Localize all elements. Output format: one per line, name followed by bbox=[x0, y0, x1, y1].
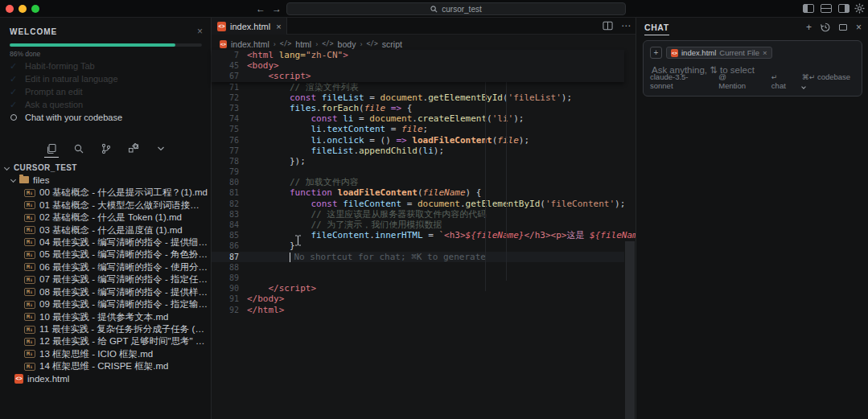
code-line-72[interactable]: 72 const fileList = document.getElementB… bbox=[212, 92, 624, 103]
chat-tab-label[interactable]: CHAT bbox=[644, 23, 669, 35]
add-context-button[interactable]: + bbox=[650, 47, 662, 59]
breadcrumb-html[interactable]: html bbox=[295, 39, 311, 49]
open-chat-in-editor-icon[interactable] bbox=[839, 24, 847, 31]
explorer-icon[interactable] bbox=[43, 141, 60, 157]
settings-gear-icon[interactable] bbox=[854, 3, 865, 14]
line-text: // 加载文件内容 bbox=[247, 177, 359, 187]
split-editor-icon[interactable] bbox=[603, 21, 613, 31]
toggle-panel-icon[interactable] bbox=[821, 4, 832, 13]
code-line-83[interactable]: 83 // 这里应该是从服务器获取文件内容的代码 bbox=[212, 209, 624, 220]
code-line-45[interactable]: 45<body> bbox=[212, 60, 624, 71]
code-line-75[interactable]: 75 li.textContent = file; bbox=[212, 124, 624, 134]
file-item-md[interactable]: M↓13 框架思维 - ICIO 框架.md bbox=[0, 348, 208, 360]
file-item-md[interactable]: M↓02 基础概念 - 什么是 Token (1).md bbox=[0, 212, 208, 224]
extensions-icon[interactable] bbox=[125, 141, 142, 157]
line-number: 7 bbox=[212, 50, 247, 60]
chat-history-icon[interactable] bbox=[821, 23, 830, 32]
file-item-md[interactable]: M↓04 最佳实践 - 编写清晰的指令 - 提供细节和背景 (1).md bbox=[0, 236, 208, 249]
more-actions-icon[interactable]: ⋯ bbox=[621, 20, 631, 31]
code-line-78[interactable]: 78 }); bbox=[212, 156, 624, 166]
file-item-md[interactable]: M↓07 最佳实践 - 编写清晰的指令 - 指定任务所需步骤 (1).md bbox=[0, 273, 208, 285]
code-line-82[interactable]: 82 const fileContent = document.getEleme… bbox=[212, 199, 624, 209]
file-item-md[interactable]: M↓00 基础概念 - 什么是提示词工程？(1).md bbox=[0, 187, 208, 199]
file-item-md[interactable]: M↓05 最佳实践 - 编写清晰的指令 - 角色扮演 (1).md bbox=[0, 249, 208, 261]
code-line-81[interactable]: 81 function loadFileContent(fileName) { bbox=[212, 187, 624, 198]
code-line-87[interactable]: 87 No shortcut for chat; ⌘K to generate bbox=[212, 252, 624, 262]
tab-close-icon[interactable]: × bbox=[276, 22, 281, 31]
line-text: <html lang="zh-CN"> bbox=[247, 50, 348, 60]
sidebar: WELCOME × 86% done ✓Habit-forming Tab✓Ed… bbox=[0, 18, 212, 419]
code-line-77[interactable]: 77 fileList.appendChild(li); bbox=[212, 146, 624, 156]
file-item-md[interactable]: M↓09 最佳实践 - 编写清晰的指令 - 指定输出长度 (1).md bbox=[0, 298, 208, 310]
code-line-85[interactable]: 85 fileContent.innerHTML = `<h3>${fileNa… bbox=[212, 230, 624, 240]
close-window-button[interactable] bbox=[6, 5, 14, 13]
more-views-chevron-icon[interactable] bbox=[152, 141, 170, 157]
code-line-90[interactable]: 90 </script> bbox=[212, 283, 624, 294]
explorer-root-folder[interactable]: CURSOR_TEST bbox=[5, 161, 77, 174]
code-line-71[interactable]: 71 // 渲染文件列表 bbox=[212, 82, 624, 92]
walkthrough-step-current[interactable]: Chat with your codebase bbox=[10, 111, 203, 124]
code-line-84[interactable]: 84 // 为了演示，我们使用模拟数据 bbox=[212, 220, 624, 230]
code-line-7[interactable]: 7<html lang="zh-CN"> bbox=[212, 50, 624, 60]
line-text: </body> bbox=[247, 294, 284, 304]
code-line-73[interactable]: 73 files.forEach(file => { bbox=[212, 103, 624, 113]
file-item-index-html[interactable]: <>index.html bbox=[0, 373, 208, 385]
file-item-md[interactable]: M↓10 最佳实践 - 提供参考文本.md bbox=[0, 310, 208, 322]
file-item-md[interactable]: M↓03 基础概念 - 什么是温度值 (1).md bbox=[0, 224, 208, 236]
close-panel-icon[interactable]: × bbox=[856, 23, 862, 32]
walkthrough-step-done[interactable]: ✓Edit in natural language bbox=[10, 72, 203, 85]
file-item-md[interactable]: M↓08 最佳实践 - 编写清晰的指令 - 提供样例 (1).md bbox=[0, 286, 208, 298]
welcome-close-icon[interactable]: × bbox=[197, 26, 203, 37]
submit-chat-button[interactable]: ↵ chat bbox=[771, 72, 794, 90]
code-line-86[interactable]: 86 } bbox=[212, 240, 624, 251]
walkthrough-step-done[interactable]: ✓Ask a question bbox=[10, 98, 203, 111]
code-line-91[interactable]: 91</body> bbox=[212, 294, 624, 304]
submit-codebase-button[interactable]: ⌘↵ codebase bbox=[802, 72, 855, 90]
code-line-80[interactable]: 80 // 加载文件内容 bbox=[212, 177, 624, 187]
editor-scrollbar[interactable] bbox=[625, 241, 635, 419]
folder-item-files[interactable]: files bbox=[11, 174, 49, 186]
tab-index-html[interactable]: <> index.html × bbox=[212, 18, 287, 35]
file-item-md[interactable]: M↓12 最佳实践 - 给 GPT 足够时间"思考" (1).md bbox=[0, 335, 208, 347]
breadcrumb-file[interactable]: index.html bbox=[231, 39, 269, 49]
code-line-88[interactable]: 88 bbox=[212, 262, 624, 273]
markdown-file-icon: M↓ bbox=[24, 214, 35, 222]
circle-icon bbox=[10, 114, 17, 121]
mention-button[interactable]: @ Mention bbox=[718, 72, 755, 90]
context-pill-current-file[interactable]: <> index.html Current File × bbox=[666, 47, 772, 59]
chat-input-card[interactable]: + <> index.html Current File × Ask anyth… bbox=[643, 40, 862, 97]
code-line-67[interactable]: 67 <script> bbox=[212, 71, 624, 81]
context-remove-icon[interactable]: × bbox=[763, 48, 767, 57]
nav-forward-icon[interactable]: → bbox=[272, 2, 282, 15]
minimize-window-button[interactable] bbox=[19, 5, 27, 13]
breadcrumb-script[interactable]: script bbox=[382, 39, 402, 49]
command-center-search[interactable]: cursor_test bbox=[286, 2, 626, 15]
file-item-md[interactable]: M↓14 框架思维 - CRISPE 框架.md bbox=[0, 360, 208, 372]
code-line-74[interactable]: 74 const li = document.createElement('li… bbox=[212, 113, 624, 124]
walkthrough-step-done[interactable]: ✓Prompt an edit bbox=[10, 85, 203, 98]
code-editor[interactable]: 7<html lang="zh-CN">45<body>67 <script> … bbox=[212, 50, 624, 315]
toggle-primary-sidebar-icon[interactable] bbox=[803, 4, 814, 13]
toggle-secondary-sidebar-icon[interactable] bbox=[838, 4, 849, 13]
html-file-icon: <> bbox=[671, 49, 678, 57]
code-line-89[interactable]: 89 bbox=[212, 273, 624, 283]
code-line-92[interactable]: 92</html> bbox=[212, 305, 624, 315]
maximize-window-button[interactable] bbox=[31, 5, 39, 13]
markdown-file-icon: M↓ bbox=[24, 251, 35, 259]
code-line-76[interactable]: 76 li.onclick = () => loadFileContent(fi… bbox=[212, 135, 624, 146]
editor-tab-bar: <> index.html × ⋯ bbox=[212, 18, 636, 35]
file-item-md[interactable]: M↓06 最佳实践 - 编写清晰的指令 - 使用分隔符 (1).md bbox=[0, 261, 208, 273]
breadcrumb[interactable]: <> index.html › </> html › </> body › </… bbox=[220, 38, 402, 50]
source-control-icon[interactable] bbox=[97, 141, 115, 157]
line-text: fileList.appendChild(li); bbox=[247, 146, 444, 156]
code-line-79[interactable]: 79 bbox=[212, 166, 624, 177]
search-icon[interactable] bbox=[70, 141, 88, 157]
file-item-md[interactable]: M↓01 基础概念 - 大模型怎么做到词语接龙？.md bbox=[0, 199, 208, 211]
model-selector[interactable]: claude-3.5-sonnet bbox=[650, 72, 710, 90]
file-item-md[interactable]: M↓11 最佳实践 - 复杂任务拆分成子任务 (1).md bbox=[0, 323, 208, 335]
nav-back-icon[interactable]: ← bbox=[256, 2, 265, 15]
walkthrough-step-done[interactable]: ✓Habit-forming Tab bbox=[10, 60, 203, 72]
new-chat-icon[interactable]: + bbox=[806, 23, 812, 32]
breadcrumb-body[interactable]: body bbox=[338, 39, 356, 49]
markdown-file-icon: M↓ bbox=[24, 288, 35, 296]
